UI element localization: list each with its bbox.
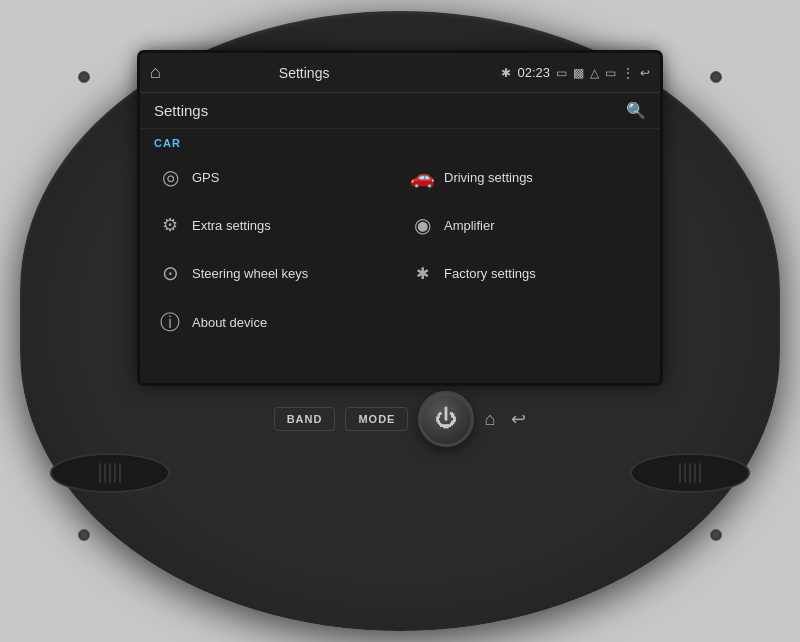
settings-header: Settings 🔍	[140, 93, 660, 129]
power-button[interactable]: ⏻	[418, 391, 474, 447]
extra-settings-label: Extra settings	[192, 218, 271, 233]
screen-content: Settings 🔍 CAR ◎ GPS 🚗 Driving settings	[140, 93, 660, 383]
driving-settings-label: Driving settings	[444, 170, 533, 185]
menu-item-driving-settings[interactable]: 🚗 Driving settings	[400, 153, 652, 201]
triangle-icon: △	[590, 66, 599, 80]
screen-icon: ▭	[605, 66, 616, 80]
grille-line	[679, 463, 681, 483]
menu-item-factory-settings[interactable]: ✱ Factory settings	[400, 249, 652, 297]
grille-line	[119, 463, 121, 483]
menu-item-extra-settings[interactable]: ⚙ Extra settings	[148, 201, 400, 249]
grille-lines-right	[679, 463, 701, 483]
amplifier-label: Amplifier	[444, 218, 495, 233]
gps-label: GPS	[192, 170, 219, 185]
menu-grid: ◎ GPS 🚗 Driving settings ⚙ Extra setting…	[140, 153, 660, 348]
grille-line	[684, 463, 686, 483]
bluetooth-icon: ✱	[501, 66, 511, 80]
menu-item-amplifier[interactable]: ◉ Amplifier	[400, 201, 652, 249]
screen: ⌂ Settings ✱ 02:23 ▭ ▩ △ ▭ ⋮ ↩ Settings …	[140, 53, 660, 383]
about-device-label: About device	[192, 315, 267, 330]
grille-line	[104, 463, 106, 483]
home-nav-button[interactable]: ⌂	[484, 409, 495, 430]
section-label: CAR	[140, 129, 660, 153]
grille-lines-left	[99, 463, 121, 483]
factory-settings-icon: ✱	[410, 264, 434, 283]
screw-top-right	[710, 71, 722, 83]
steering-wheel-icon: ⊙	[158, 261, 182, 285]
steering-wheel-label: Steering wheel keys	[192, 266, 308, 281]
nav-buttons: ⌂ ↩	[484, 408, 526, 430]
driving-settings-icon: 🚗	[410, 165, 434, 189]
status-bar-title: Settings	[140, 65, 495, 81]
extra-settings-icon: ⚙	[158, 214, 182, 236]
menu-item-gps[interactable]: ◎ GPS	[148, 153, 400, 201]
factory-settings-label: Factory settings	[444, 266, 536, 281]
car-head-unit: ⌂ Settings ✱ 02:23 ▭ ▩ △ ▭ ⋮ ↩ Settings …	[20, 11, 780, 631]
grille-line	[114, 463, 116, 483]
back-nav-button[interactable]: ↩	[511, 408, 526, 430]
status-bar: ⌂ Settings ✱ 02:23 ▭ ▩ △ ▭ ⋮ ↩	[140, 53, 660, 93]
grille-line	[699, 463, 701, 483]
gps-icon: ◎	[158, 165, 182, 189]
settings-page-title: Settings	[154, 102, 208, 119]
grille-line	[694, 463, 696, 483]
band-button[interactable]: BAND	[274, 407, 336, 431]
volume-icon: ▩	[573, 66, 584, 80]
about-device-icon: ⓘ	[158, 309, 182, 336]
menu-icon: ⋮	[622, 66, 634, 80]
buttons-row: BAND MODE ⏻ ⌂ ↩	[20, 391, 780, 447]
mode-button[interactable]: MODE	[345, 407, 408, 431]
back-icon[interactable]: ↩	[640, 66, 650, 80]
screw-top-left	[78, 71, 90, 83]
controls-area: BAND MODE ⏻ ⌂ ↩	[20, 391, 780, 493]
bottom-area	[20, 453, 780, 493]
menu-item-about-device[interactable]: ⓘ About device	[148, 297, 400, 348]
power-icon: ⏻	[435, 406, 457, 432]
grille-line	[109, 463, 111, 483]
screw-bottom-left	[78, 529, 90, 541]
speaker-grille-left	[50, 453, 170, 493]
monitor-icon: ▭	[556, 66, 567, 80]
grille-line	[99, 463, 101, 483]
search-button[interactable]: 🔍	[626, 101, 646, 120]
clock: 02:23	[517, 65, 550, 80]
screw-bottom-right	[710, 529, 722, 541]
menu-item-steering-wheel[interactable]: ⊙ Steering wheel keys	[148, 249, 400, 297]
grille-line	[689, 463, 691, 483]
status-icons: ✱ 02:23 ▭ ▩ △ ▭ ⋮ ↩	[501, 65, 650, 80]
amplifier-icon: ◉	[410, 213, 434, 237]
speaker-grille-right	[630, 453, 750, 493]
